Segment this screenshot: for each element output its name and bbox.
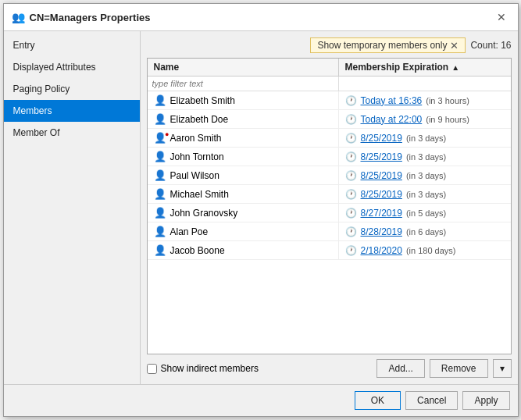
clock-icon: 🕐 bbox=[345, 95, 357, 106]
col-header-expiry[interactable]: Membership Expiration ▲ bbox=[339, 59, 511, 76]
table-row[interactable]: 👤John Granovsky🕐8/27/2019 (in 5 days) bbox=[148, 204, 511, 222]
user-icon: 👤 bbox=[154, 226, 166, 237]
expiry-date[interactable]: 8/25/2019 bbox=[361, 151, 402, 162]
filter-tag-label: Show temporary members only bbox=[317, 40, 447, 51]
expiry-date[interactable]: Today at 16:36 bbox=[361, 95, 423, 106]
days-remaining: (in 5 days) bbox=[406, 208, 446, 218]
user-icon: 👤 bbox=[154, 94, 166, 106]
days-remaining: (in 6 days) bbox=[406, 227, 446, 237]
member-name-cell: 👤John Granovsky bbox=[148, 204, 339, 222]
titlebar-left: 👥 CN=Managers Properties bbox=[12, 11, 151, 23]
table-row[interactable]: 👤Elizabeth Doe🕐Today at 22:00 (in 9 hour… bbox=[148, 110, 511, 129]
member-name: Aaron Smith bbox=[170, 133, 222, 144]
sort-icon: ▲ bbox=[451, 63, 459, 72]
member-expiry-cell: 🕐2/18/2020 (in 180 days) bbox=[339, 241, 511, 259]
table-row[interactable]: 👤Jacob Boone🕐2/18/2020 (in 180 days) bbox=[148, 241, 511, 260]
clock-icon: 🕐 bbox=[345, 170, 357, 181]
sidebar-item-paging-policy[interactable]: Paging Policy bbox=[4, 78, 140, 100]
table-row[interactable]: 👤Elizabeth Smith🕐Today at 16:36 (in 3 ho… bbox=[148, 91, 511, 110]
clock-icon: 🕐 bbox=[345, 151, 357, 162]
user-icon: 👤 bbox=[154, 151, 166, 162]
member-name-cell: 👤Elizabeth Smith bbox=[148, 91, 339, 109]
dialog-footer: OK Cancel Apply bbox=[4, 384, 518, 416]
days-remaining: (in 180 days) bbox=[406, 246, 456, 255]
expiry-date[interactable]: 8/28/2019 bbox=[361, 226, 402, 237]
filter-input[interactable] bbox=[148, 77, 339, 91]
clock-icon: 🕐 bbox=[345, 189, 357, 200]
days-remaining: (in 3 days) bbox=[406, 152, 446, 162]
days-remaining: (in 3 days) bbox=[406, 133, 446, 143]
main-content: Entry Displayed Attributes Paging Policy… bbox=[4, 31, 518, 384]
member-name-cell: 👤Jacob Boone bbox=[148, 241, 339, 259]
member-expiry-cell: 🕐8/25/2019 (in 3 days) bbox=[339, 148, 511, 166]
days-remaining: (in 3 days) bbox=[406, 190, 446, 199]
member-expiry-cell: 🕐8/25/2019 (in 3 days) bbox=[339, 166, 511, 184]
close-button[interactable]: ✕ bbox=[493, 9, 510, 26]
member-name: John Tornton bbox=[170, 151, 224, 162]
sidebar: Entry Displayed Attributes Paging Policy… bbox=[4, 31, 141, 384]
member-name: Jacob Boone bbox=[170, 245, 225, 256]
clock-icon: 🕐 bbox=[345, 245, 357, 256]
member-name-cell: 👤Michael Smith bbox=[148, 185, 339, 203]
clock-icon: 🕐 bbox=[345, 208, 357, 219]
member-expiry-cell: 🕐Today at 16:36 (in 3 hours) bbox=[339, 91, 511, 109]
member-name: Alan Poe bbox=[170, 226, 209, 237]
member-name-cell: 👤Elizabeth Doe bbox=[148, 110, 339, 128]
sidebar-item-displayed-attributes[interactable]: Displayed Attributes bbox=[4, 56, 140, 78]
user-alert-icon: 👤● bbox=[154, 132, 166, 144]
table-row[interactable]: 👤●Aaron Smith🕐8/25/2019 (in 3 days) bbox=[148, 129, 511, 148]
dialog-icon: 👥 bbox=[12, 11, 25, 23]
clock-icon: 🕐 bbox=[345, 226, 357, 237]
member-expiry-cell: 🕐Today at 22:00 (in 9 hours) bbox=[339, 110, 511, 128]
member-expiry-cell: 🕐8/25/2019 (in 3 days) bbox=[339, 129, 511, 147]
user-icon: 👤 bbox=[154, 244, 166, 256]
table-row[interactable]: 👤Michael Smith🕐8/25/2019 (in 3 days) bbox=[148, 185, 511, 204]
sidebar-item-member-of[interactable]: Member Of bbox=[4, 122, 140, 144]
user-icon: 👤 bbox=[154, 113, 166, 125]
add-button[interactable]: Add... bbox=[376, 359, 424, 378]
sidebar-item-entry[interactable]: Entry bbox=[4, 34, 140, 56]
member-expiry-cell: 🕐8/27/2019 (in 5 days) bbox=[339, 204, 511, 222]
titlebar: 👥 CN=Managers Properties ✕ bbox=[4, 4, 518, 31]
days-remaining: (in 3 hours) bbox=[426, 96, 469, 105]
member-name-cell: 👤Alan Poe bbox=[148, 222, 339, 240]
indirect-members-checkbox[interactable] bbox=[147, 364, 157, 374]
table-row[interactable]: 👤John Tornton🕐8/25/2019 (in 3 days) bbox=[148, 148, 511, 166]
bottom-bar: Show indirect members Add... Remove ▾ bbox=[147, 359, 512, 378]
expiry-date[interactable]: 2/18/2020 bbox=[361, 245, 402, 256]
member-name: Michael Smith bbox=[170, 189, 229, 200]
cancel-button[interactable]: Cancel bbox=[405, 391, 458, 410]
member-name: Elizabeth Doe bbox=[170, 114, 229, 125]
table-header: Name Membership Expiration ▲ bbox=[148, 59, 511, 77]
remove-button[interactable]: Remove bbox=[430, 359, 488, 378]
dialog-title: CN=Managers Properties bbox=[30, 12, 151, 23]
indirect-members-label: Show indirect members bbox=[161, 363, 259, 374]
filter-tag-close[interactable]: ✕ bbox=[450, 41, 459, 51]
expiry-date[interactable]: 8/25/2019 bbox=[361, 133, 402, 144]
member-name-cell: 👤John Tornton bbox=[148, 148, 339, 166]
member-name-cell: 👤Paul Wilson bbox=[148, 166, 339, 184]
clock-icon: 🕐 bbox=[345, 114, 357, 125]
filter-tag: Show temporary members only ✕ bbox=[310, 37, 466, 53]
expiry-date[interactable]: 8/25/2019 bbox=[361, 170, 402, 181]
table-row[interactable]: 👤Alan Poe🕐8/28/2019 (in 6 days) bbox=[148, 222, 511, 241]
ok-button[interactable]: OK bbox=[355, 391, 401, 410]
days-remaining: (in 9 hours) bbox=[426, 115, 469, 124]
user-icon: 👤 bbox=[154, 188, 166, 200]
expiry-date[interactable]: Today at 22:00 bbox=[361, 114, 423, 125]
apply-button[interactable]: Apply bbox=[462, 391, 509, 410]
right-panel: Show temporary members only ✕ Count: 16 … bbox=[141, 31, 518, 384]
sidebar-item-members[interactable]: Members bbox=[4, 100, 140, 122]
rows-container: 👤Elizabeth Smith🕐Today at 16:36 (in 3 ho… bbox=[148, 91, 511, 260]
dropdown-button[interactable]: ▾ bbox=[493, 359, 512, 378]
expiry-date[interactable]: 8/25/2019 bbox=[361, 189, 402, 200]
member-name: Elizabeth Smith bbox=[170, 95, 235, 106]
table-row[interactable]: 👤Paul Wilson🕐8/25/2019 (in 3 days) bbox=[148, 166, 511, 185]
member-expiry-cell: 🕐8/25/2019 (in 3 days) bbox=[339, 185, 511, 203]
days-remaining: (in 3 days) bbox=[406, 171, 446, 180]
dialog: 👥 CN=Managers Properties ✕ Entry Display… bbox=[3, 3, 519, 417]
member-name-cell: 👤●Aaron Smith bbox=[148, 129, 339, 147]
expiry-date[interactable]: 8/27/2019 bbox=[361, 208, 402, 219]
indirect-members-checkbox-label[interactable]: Show indirect members bbox=[147, 363, 259, 374]
count-label: Count: 16 bbox=[470, 40, 511, 51]
